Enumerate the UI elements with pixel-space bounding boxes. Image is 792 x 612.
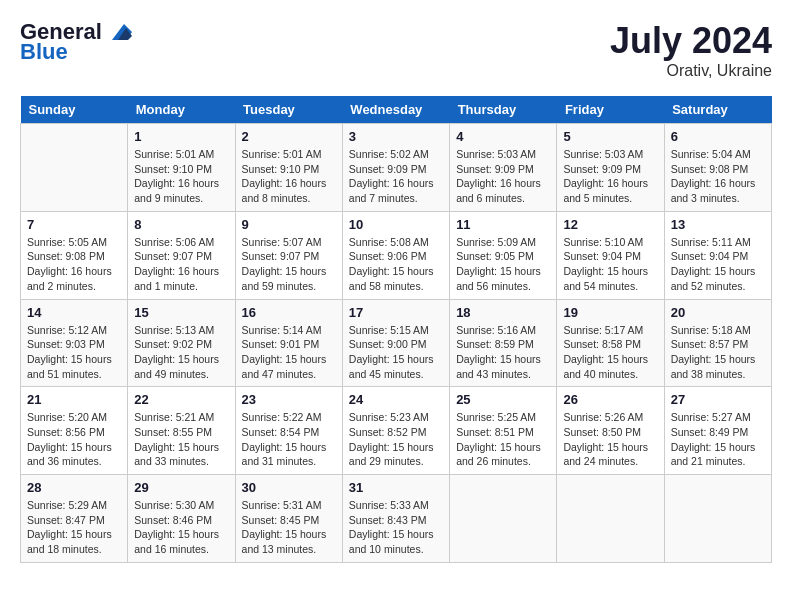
calendar-cell: 31Sunrise: 5:33 AM Sunset: 8:43 PM Dayli… (342, 475, 449, 563)
day-number: 18 (456, 305, 550, 320)
day-number: 25 (456, 392, 550, 407)
calendar-cell: 29Sunrise: 5:30 AM Sunset: 8:46 PM Dayli… (128, 475, 235, 563)
day-info: Sunrise: 5:01 AM Sunset: 9:10 PM Dayligh… (134, 147, 228, 206)
day-number: 8 (134, 217, 228, 232)
day-number: 12 (563, 217, 657, 232)
day-number: 15 (134, 305, 228, 320)
day-number: 4 (456, 129, 550, 144)
day-info: Sunrise: 5:05 AM Sunset: 9:08 PM Dayligh… (27, 235, 121, 294)
calendar-cell: 27Sunrise: 5:27 AM Sunset: 8:49 PM Dayli… (664, 387, 771, 475)
day-info: Sunrise: 5:26 AM Sunset: 8:50 PM Dayligh… (563, 410, 657, 469)
day-number: 21 (27, 392, 121, 407)
calendar-cell: 21Sunrise: 5:20 AM Sunset: 8:56 PM Dayli… (21, 387, 128, 475)
day-info: Sunrise: 5:18 AM Sunset: 8:57 PM Dayligh… (671, 323, 765, 382)
calendar-cell: 13Sunrise: 5:11 AM Sunset: 9:04 PM Dayli… (664, 211, 771, 299)
week-row-4: 21Sunrise: 5:20 AM Sunset: 8:56 PM Dayli… (21, 387, 772, 475)
calendar-cell: 25Sunrise: 5:25 AM Sunset: 8:51 PM Dayli… (450, 387, 557, 475)
week-row-3: 14Sunrise: 5:12 AM Sunset: 9:03 PM Dayli… (21, 299, 772, 387)
day-info: Sunrise: 5:23 AM Sunset: 8:52 PM Dayligh… (349, 410, 443, 469)
calendar-cell: 17Sunrise: 5:15 AM Sunset: 9:00 PM Dayli… (342, 299, 449, 387)
header-sunday: Sunday (21, 96, 128, 124)
day-number: 14 (27, 305, 121, 320)
day-info: Sunrise: 5:01 AM Sunset: 9:10 PM Dayligh… (242, 147, 336, 206)
day-info: Sunrise: 5:27 AM Sunset: 8:49 PM Dayligh… (671, 410, 765, 469)
week-row-2: 7Sunrise: 5:05 AM Sunset: 9:08 PM Daylig… (21, 211, 772, 299)
day-info: Sunrise: 5:25 AM Sunset: 8:51 PM Dayligh… (456, 410, 550, 469)
day-info: Sunrise: 5:11 AM Sunset: 9:04 PM Dayligh… (671, 235, 765, 294)
day-info: Sunrise: 5:30 AM Sunset: 8:46 PM Dayligh… (134, 498, 228, 557)
calendar-cell: 8Sunrise: 5:06 AM Sunset: 9:07 PM Daylig… (128, 211, 235, 299)
calendar-cell: 1Sunrise: 5:01 AM Sunset: 9:10 PM Daylig… (128, 124, 235, 212)
header-saturday: Saturday (664, 96, 771, 124)
day-info: Sunrise: 5:02 AM Sunset: 9:09 PM Dayligh… (349, 147, 443, 206)
day-number: 1 (134, 129, 228, 144)
day-number: 17 (349, 305, 443, 320)
calendar-cell: 10Sunrise: 5:08 AM Sunset: 9:06 PM Dayli… (342, 211, 449, 299)
day-info: Sunrise: 5:22 AM Sunset: 8:54 PM Dayligh… (242, 410, 336, 469)
header-thursday: Thursday (450, 96, 557, 124)
logo: General Blue (20, 20, 132, 64)
page-header: General Blue July 2024 Orativ, Ukraine (20, 20, 772, 80)
calendar-cell: 7Sunrise: 5:05 AM Sunset: 9:08 PM Daylig… (21, 211, 128, 299)
day-info: Sunrise: 5:16 AM Sunset: 8:59 PM Dayligh… (456, 323, 550, 382)
calendar-cell: 19Sunrise: 5:17 AM Sunset: 8:58 PM Dayli… (557, 299, 664, 387)
calendar-cell: 12Sunrise: 5:10 AM Sunset: 9:04 PM Dayli… (557, 211, 664, 299)
day-info: Sunrise: 5:09 AM Sunset: 9:05 PM Dayligh… (456, 235, 550, 294)
day-info: Sunrise: 5:12 AM Sunset: 9:03 PM Dayligh… (27, 323, 121, 382)
header-friday: Friday (557, 96, 664, 124)
day-number: 31 (349, 480, 443, 495)
day-info: Sunrise: 5:03 AM Sunset: 9:09 PM Dayligh… (563, 147, 657, 206)
calendar-cell (21, 124, 128, 212)
calendar-cell: 20Sunrise: 5:18 AM Sunset: 8:57 PM Dayli… (664, 299, 771, 387)
day-number: 10 (349, 217, 443, 232)
calendar-title: July 2024 (610, 20, 772, 62)
calendar-cell (664, 475, 771, 563)
calendar-cell: 5Sunrise: 5:03 AM Sunset: 9:09 PM Daylig… (557, 124, 664, 212)
day-number: 19 (563, 305, 657, 320)
calendar-cell: 9Sunrise: 5:07 AM Sunset: 9:07 PM Daylig… (235, 211, 342, 299)
logo-icon (104, 22, 132, 42)
day-info: Sunrise: 5:13 AM Sunset: 9:02 PM Dayligh… (134, 323, 228, 382)
header-tuesday: Tuesday (235, 96, 342, 124)
calendar-cell: 4Sunrise: 5:03 AM Sunset: 9:09 PM Daylig… (450, 124, 557, 212)
day-number: 6 (671, 129, 765, 144)
days-header-row: SundayMondayTuesdayWednesdayThursdayFrid… (21, 96, 772, 124)
day-info: Sunrise: 5:07 AM Sunset: 9:07 PM Dayligh… (242, 235, 336, 294)
day-number: 27 (671, 392, 765, 407)
calendar-table: SundayMondayTuesdayWednesdayThursdayFrid… (20, 96, 772, 563)
week-row-5: 28Sunrise: 5:29 AM Sunset: 8:47 PM Dayli… (21, 475, 772, 563)
day-number: 3 (349, 129, 443, 144)
day-number: 7 (27, 217, 121, 232)
day-info: Sunrise: 5:08 AM Sunset: 9:06 PM Dayligh… (349, 235, 443, 294)
day-number: 29 (134, 480, 228, 495)
calendar-cell (450, 475, 557, 563)
day-info: Sunrise: 5:17 AM Sunset: 8:58 PM Dayligh… (563, 323, 657, 382)
calendar-cell: 3Sunrise: 5:02 AM Sunset: 9:09 PM Daylig… (342, 124, 449, 212)
day-info: Sunrise: 5:21 AM Sunset: 8:55 PM Dayligh… (134, 410, 228, 469)
day-info: Sunrise: 5:33 AM Sunset: 8:43 PM Dayligh… (349, 498, 443, 557)
day-number: 28 (27, 480, 121, 495)
day-number: 30 (242, 480, 336, 495)
day-info: Sunrise: 5:10 AM Sunset: 9:04 PM Dayligh… (563, 235, 657, 294)
day-number: 2 (242, 129, 336, 144)
day-number: 13 (671, 217, 765, 232)
day-info: Sunrise: 5:20 AM Sunset: 8:56 PM Dayligh… (27, 410, 121, 469)
day-number: 11 (456, 217, 550, 232)
day-number: 5 (563, 129, 657, 144)
day-info: Sunrise: 5:04 AM Sunset: 9:08 PM Dayligh… (671, 147, 765, 206)
calendar-cell: 2Sunrise: 5:01 AM Sunset: 9:10 PM Daylig… (235, 124, 342, 212)
day-number: 20 (671, 305, 765, 320)
calendar-subtitle: Orativ, Ukraine (610, 62, 772, 80)
day-info: Sunrise: 5:15 AM Sunset: 9:00 PM Dayligh… (349, 323, 443, 382)
calendar-cell: 18Sunrise: 5:16 AM Sunset: 8:59 PM Dayli… (450, 299, 557, 387)
calendar-cell: 16Sunrise: 5:14 AM Sunset: 9:01 PM Dayli… (235, 299, 342, 387)
calendar-cell: 24Sunrise: 5:23 AM Sunset: 8:52 PM Dayli… (342, 387, 449, 475)
week-row-1: 1Sunrise: 5:01 AM Sunset: 9:10 PM Daylig… (21, 124, 772, 212)
day-info: Sunrise: 5:29 AM Sunset: 8:47 PM Dayligh… (27, 498, 121, 557)
day-info: Sunrise: 5:14 AM Sunset: 9:01 PM Dayligh… (242, 323, 336, 382)
calendar-cell: 26Sunrise: 5:26 AM Sunset: 8:50 PM Dayli… (557, 387, 664, 475)
calendar-cell: 22Sunrise: 5:21 AM Sunset: 8:55 PM Dayli… (128, 387, 235, 475)
day-info: Sunrise: 5:03 AM Sunset: 9:09 PM Dayligh… (456, 147, 550, 206)
day-number: 22 (134, 392, 228, 407)
header-wednesday: Wednesday (342, 96, 449, 124)
